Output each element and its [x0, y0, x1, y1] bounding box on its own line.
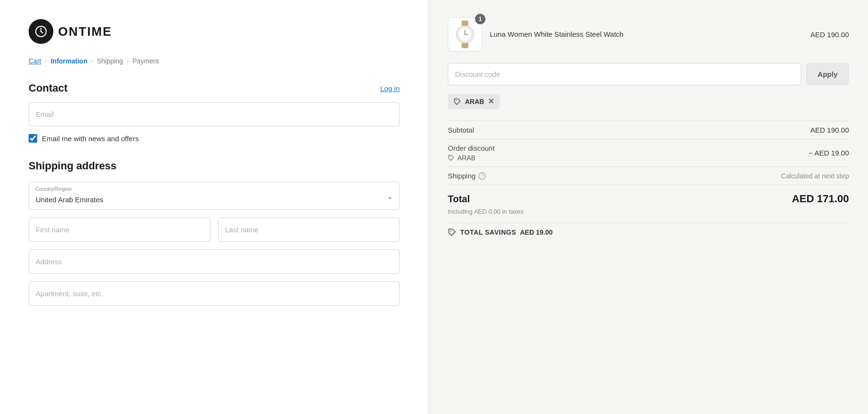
discount-row: Apply	[448, 63, 849, 85]
svg-point-11	[456, 100, 457, 101]
total-value: AED 171.00	[792, 193, 849, 205]
breadcrumb-information: Information	[50, 57, 87, 65]
discount-line: Order discount ARAB − AED 19.00	[448, 139, 849, 166]
name-row	[29, 217, 400, 242]
contact-header: Contact Log in	[29, 82, 400, 94]
left-panel: ONTIME Cart › Information › Shipping › P…	[0, 0, 429, 414]
separator-2: ›	[91, 58, 93, 64]
product-name: Luna Women White Stainless Steel Watch	[490, 30, 624, 38]
savings-row: TOTAL SAVINGS AED 19.00	[448, 223, 849, 241]
last-name-field[interactable]	[218, 217, 400, 242]
total-label: Total	[448, 194, 470, 205]
coupon-code-label: ARAB	[465, 98, 484, 105]
email-field[interactable]	[29, 102, 400, 126]
apartment-group	[29, 281, 400, 306]
logo-icon	[29, 19, 53, 44]
logo-svg	[34, 25, 48, 38]
shipping-value: Calculated at next step	[781, 172, 849, 180]
svg-rect-5	[462, 42, 468, 48]
remove-coupon-button[interactable]: ✕	[488, 98, 494, 105]
total-line: Total AED 171.00	[448, 185, 849, 208]
savings-tag-icon	[448, 228, 456, 237]
coupon-tag: ARAB ✕	[448, 94, 500, 109]
breadcrumb-shipping: Shipping	[97, 57, 123, 65]
discount-code-name: ARAB	[457, 154, 475, 162]
subtotal-line: Subtotal AED 190.00	[448, 121, 849, 139]
product-row: 1 Luna Women White Stainless Steel Watch…	[448, 17, 849, 52]
discount-code-label-row: ARAB	[448, 154, 495, 162]
breadcrumb-payment: Payment	[132, 57, 159, 65]
address-field[interactable]	[29, 249, 400, 274]
product-image-wrap: 1	[448, 17, 482, 52]
right-panel: 1 Luna Women White Stainless Steel Watch…	[429, 0, 868, 414]
separator-3: ›	[127, 58, 129, 64]
discount-label-group: Order discount ARAB	[448, 144, 495, 162]
shipping-label: Shipping	[448, 172, 475, 180]
watch-illustration	[453, 21, 477, 48]
discount-code-input[interactable]	[448, 63, 801, 85]
order-discount-value: − AED 19.00	[808, 149, 849, 157]
tax-note: Including AED 0.00 in taxes	[448, 208, 849, 215]
apartment-field[interactable]	[29, 281, 400, 306]
svg-rect-4	[462, 21, 468, 26]
coupon-tag-area: ARAB ✕	[448, 94, 849, 121]
svg-point-15	[450, 230, 451, 231]
country-select[interactable]: United Arab Emirates	[29, 182, 400, 210]
newsletter-label: Email me with news and offers	[42, 135, 139, 143]
apply-discount-button[interactable]: Apply	[806, 63, 849, 85]
product-quantity-badge: 1	[475, 14, 485, 24]
subtotal-label: Subtotal	[448, 126, 474, 134]
order-discount-label: Order discount	[448, 144, 495, 152]
newsletter-row: Email me with news and offers	[29, 134, 400, 143]
subtotal-value: AED 190.00	[810, 126, 849, 134]
question-circle-icon: ?	[478, 172, 486, 180]
contact-title: Contact	[29, 82, 68, 94]
discount-tag-icon	[448, 155, 454, 161]
product-image	[451, 20, 479, 49]
shipping-label-group: Shipping ?	[448, 172, 486, 180]
separator-1: ›	[45, 58, 47, 64]
product-price: AED 190.00	[810, 31, 849, 39]
savings-label: TOTAL SAVINGS	[460, 228, 516, 236]
breadcrumb-cart[interactable]: Cart	[29, 57, 41, 65]
logo-area: ONTIME	[29, 19, 400, 44]
savings-value: AED 19.00	[520, 228, 552, 236]
shipping-line: Shipping ? Calculated at next step	[448, 166, 849, 185]
svg-text:?: ?	[481, 174, 484, 179]
svg-point-10	[464, 34, 466, 35]
tag-icon	[454, 98, 461, 105]
first-name-field[interactable]	[29, 217, 211, 242]
breadcrumb: Cart › Information › Shipping › Payment	[29, 57, 400, 65]
product-info: Luna Women White Stainless Steel Watch	[490, 30, 803, 39]
svg-point-3	[40, 31, 42, 32]
svg-point-12	[450, 156, 451, 157]
shipping-title: Shipping address	[29, 160, 400, 172]
logo-text: ONTIME	[58, 24, 112, 39]
address-group	[29, 249, 400, 274]
log-in-link[interactable]: Log in	[380, 84, 400, 93]
country-wrapper: Country/Region United Arab Emirates ⌄	[29, 182, 400, 210]
newsletter-checkbox[interactable]	[29, 134, 37, 143]
